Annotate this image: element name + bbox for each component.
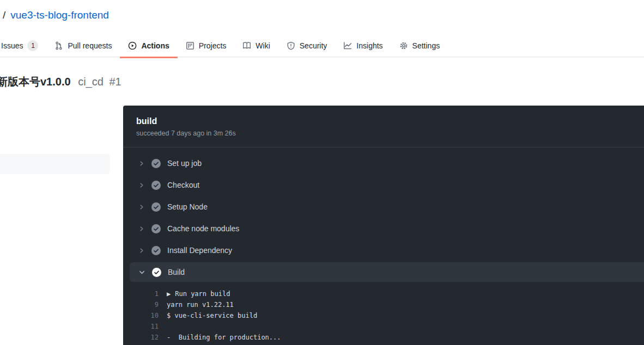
book-icon <box>242 41 251 50</box>
shield-icon <box>287 41 295 50</box>
tab-label: Settings <box>412 41 440 50</box>
tab-settings[interactable]: Settings <box>391 35 448 58</box>
check-circle-icon <box>151 181 161 190</box>
step-set-up-job[interactable]: Set up job <box>123 152 644 174</box>
issues-count-badge: 1 <box>27 40 38 51</box>
workflow-name: ci_cd <box>78 76 104 88</box>
commit-message: 新版本号v1.0.0 <box>0 76 71 88</box>
build-step-log: 1 ▶ Run yarn build 9 yarn run v1.22.11 1… <box>123 283 644 343</box>
tab-label: Issues <box>1 41 23 50</box>
job-log-panel: build succeeded 7 days ago in 3m 26s Set… <box>123 106 644 345</box>
tab-issues[interactable]: Issues 1 <box>0 35 46 58</box>
check-circle-icon <box>151 159 161 168</box>
step-label: Install Dependency <box>167 246 232 255</box>
step-label: Set up job <box>167 159 202 168</box>
tab-label: Actions <box>141 41 169 50</box>
log-line-number[interactable]: 11 <box>123 323 159 330</box>
run-number: #1 <box>109 76 121 88</box>
pull-request-icon <box>54 41 63 50</box>
breadcrumb-separator: / <box>3 9 5 21</box>
chevron-down-icon <box>138 269 145 276</box>
tab-pull-requests[interactable]: Pull requests <box>46 35 120 58</box>
tab-label: Pull requests <box>68 41 112 50</box>
check-circle-icon <box>151 202 161 212</box>
step-setup-node[interactable]: Setup Node <box>123 196 644 218</box>
log-line-number[interactable]: 10 <box>123 312 159 319</box>
chevron-right-icon <box>138 225 145 232</box>
chevron-right-icon <box>138 182 145 189</box>
graph-icon <box>343 41 352 50</box>
step-cache-node-modules[interactable]: Cache node modules <box>123 218 644 239</box>
job-status-line: succeeded 7 days ago in 3m 26s <box>136 130 631 137</box>
log-line-number[interactable]: 9 <box>123 301 159 309</box>
step-checkout[interactable]: Checkout <box>123 174 644 196</box>
check-circle-icon <box>152 268 161 277</box>
chevron-right-icon <box>138 247 145 254</box>
check-circle-icon <box>151 224 161 233</box>
tab-label: Projects <box>199 41 227 50</box>
log-line: 9 yarn run v1.22.11 <box>123 299 644 310</box>
log-line-text: - Building for production... <box>167 334 281 341</box>
tab-label: Wiki <box>256 41 270 50</box>
log-line: 1 ▶ Run yarn build <box>123 288 644 299</box>
gear-icon <box>399 41 408 50</box>
log-line-number[interactable]: 12 <box>123 334 159 341</box>
tab-security[interactable]: Security <box>278 35 336 58</box>
project-icon <box>186 41 195 50</box>
tab-label: Insights <box>356 41 382 50</box>
log-line-text: $ vue-cli-service build <box>167 312 257 319</box>
repo-tab-bar: Issues 1 Pull requests Actions Projects <box>0 35 644 57</box>
tab-label: Security <box>300 41 327 50</box>
log-line-text: yarn run v1.22.11 <box>167 301 234 309</box>
job-name: build <box>136 116 631 126</box>
chevron-right-icon <box>138 160 145 167</box>
job-header: build succeeded 7 days ago in 3m 26s <box>123 106 644 147</box>
tab-actions[interactable]: Actions <box>120 35 177 58</box>
run-title: 新版本号v1.0.0 ci_cd #1 <box>0 75 121 89</box>
step-label: Build <box>168 268 185 276</box>
tab-insights[interactable]: Insights <box>335 35 391 58</box>
log-group-play-icon[interactable]: ▶ <box>167 290 171 298</box>
check-circle-icon <box>151 246 161 255</box>
actions-run-page: / vue3-ts-blog-frontend Issues 1 Pull re… <box>0 0 644 345</box>
step-label: Cache node modules <box>167 224 239 233</box>
breadcrumb: / vue3-ts-blog-frontend <box>3 9 109 21</box>
log-line: 10 $ vue-cli-service build <box>123 310 644 321</box>
tab-projects[interactable]: Projects <box>178 35 235 58</box>
job-list-item[interactable] <box>0 154 110 174</box>
log-line: 11 <box>123 321 644 332</box>
log-line: 12 - Building for production... <box>123 332 644 343</box>
play-circle-icon <box>128 41 137 50</box>
log-line-text: Run yarn build <box>175 290 230 298</box>
chevron-right-icon <box>138 204 145 211</box>
job-steps-list: Set up job Checkout Setup Node Cache nod… <box>123 147 644 282</box>
step-label: Setup Node <box>167 202 208 211</box>
step-build[interactable]: Build <box>130 262 644 282</box>
repo-link[interactable]: vue3-ts-blog-frontend <box>10 9 109 21</box>
tab-wiki[interactable]: Wiki <box>234 35 278 58</box>
log-line-number[interactable]: 1 <box>123 290 159 298</box>
step-label: Checkout <box>167 181 199 189</box>
step-install-dependency[interactable]: Install Dependency <box>123 239 644 261</box>
